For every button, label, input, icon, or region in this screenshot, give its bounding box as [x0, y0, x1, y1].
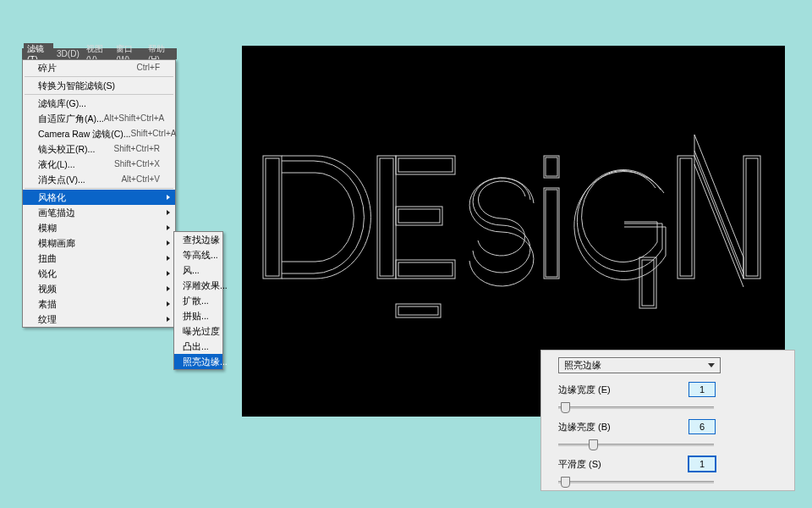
- menu-item-smart-filter[interactable]: 转换为智能滤镜(S): [23, 78, 175, 93]
- svg-rect-11: [398, 306, 438, 315]
- slider-thumb[interactable]: [561, 477, 570, 488]
- separator: [25, 94, 173, 95]
- smoothness-control: 平滑度 (S) 1: [558, 456, 789, 472]
- svg-rect-1: [266, 158, 279, 276]
- slider-thumb[interactable]: [589, 439, 598, 450]
- menu-item-sharpen[interactable]: 锐化: [23, 266, 175, 281]
- svg-rect-9: [398, 262, 453, 276]
- smoothness-slider[interactable]: [558, 477, 714, 487]
- menu-item-filter-gallery[interactable]: 滤镜库(G)...: [23, 96, 175, 111]
- menu-item-stylize[interactable]: 风格化: [23, 190, 175, 205]
- menu-item-liquify[interactable]: 液化(L)...Shift+Ctrl+X: [23, 157, 175, 172]
- slider-thumb[interactable]: [561, 402, 570, 413]
- filter-select[interactable]: 照亮边缘: [558, 357, 721, 373]
- submenu-item-tiles[interactable]: 拼贴...: [174, 308, 222, 323]
- app-menubar[interactable]: 滤镜(T) 3D(D) 视图(V) 窗口(W) 帮助(H): [22, 48, 177, 59]
- svg-rect-15: [546, 190, 557, 277]
- svg-rect-14: [544, 188, 559, 279]
- edge-width-control: 边缘宽度 (E) 1: [558, 382, 789, 397]
- submenu-item-glowing-edges[interactable]: 照亮边缘...: [174, 354, 222, 369]
- smoothness-value[interactable]: 1: [689, 456, 716, 472]
- menu-item-adaptive[interactable]: 自适应广角(A)...Alt+Shift+Ctrl+A: [23, 111, 175, 126]
- submenu-item-emboss[interactable]: 浮雕效果...: [174, 278, 222, 293]
- menu-3d[interactable]: 3D(D): [53, 49, 83, 58]
- edge-brightness-control: 边缘亮度 (B) 6: [558, 419, 789, 434]
- menu-item-brush-strokes[interactable]: 画笔描边: [23, 205, 175, 220]
- edge-brightness-slider[interactable]: [558, 439, 714, 450]
- menu-item-lens-correction[interactable]: 镜头校正(R)...Shift+Ctrl+R: [23, 141, 175, 157]
- submenu-item-solarize[interactable]: 曝光过度: [174, 323, 222, 339]
- svg-rect-19: [680, 158, 692, 276]
- menu-item-vanishing-point[interactable]: 消失点(V)...Alt+Ctrl+V: [23, 172, 175, 187]
- svg-rect-5: [398, 158, 453, 172]
- edge-width-label: 边缘宽度 (E): [558, 384, 660, 396]
- menu-item-distort[interactable]: 扭曲: [23, 251, 175, 266]
- submenu-item-find-edges[interactable]: 查找边缘: [174, 232, 222, 247]
- submenu-item-diffuse[interactable]: 扩散...: [174, 293, 222, 308]
- submenu-item-wind[interactable]: 风...: [174, 262, 222, 278]
- menu-item-texture[interactable]: 纹理: [23, 312, 175, 327]
- menu-item-blur-gallery[interactable]: 模糊画廊: [23, 235, 175, 251]
- edge-width-value[interactable]: 1: [689, 382, 716, 397]
- svg-rect-7: [398, 209, 440, 223]
- submenu-item-extrude[interactable]: 凸出...: [174, 339, 222, 354]
- glowing-edges-panel: 照亮边缘 边缘宽度 (E) 1 边缘亮度 (B) 6 平滑度 (S) 1: [540, 350, 795, 491]
- smoothness-label: 平滑度 (S): [558, 458, 660, 471]
- svg-rect-13: [546, 157, 557, 176]
- svg-rect-3: [380, 158, 393, 276]
- separator: [25, 188, 173, 189]
- svg-rect-10: [396, 304, 441, 318]
- svg-rect-21: [746, 158, 758, 276]
- submenu-item-trace-contour[interactable]: 等高线...: [174, 247, 222, 262]
- menu-item-last-filter[interactable]: 碎片Ctrl+F: [23, 60, 175, 75]
- menu-item-blur[interactable]: 模糊: [23, 220, 175, 235]
- menu-item-video[interactable]: 视频: [23, 281, 175, 296]
- edge-brightness-label: 边缘亮度 (B): [558, 421, 660, 433]
- separator: [25, 76, 173, 77]
- svg-rect-12: [544, 156, 559, 178]
- filter-menu: 碎片Ctrl+F 转换为智能滤镜(S) 滤镜库(G)... 自适应广角(A)..…: [22, 59, 176, 328]
- menu-item-sketch[interactable]: 素描: [23, 296, 175, 312]
- filter-select-value: 照亮边缘: [564, 359, 601, 372]
- menu-item-camera-raw[interactable]: Camera Raw 滤镜(C)...Shift+Ctrl+A: [23, 126, 175, 141]
- edge-brightness-value[interactable]: 6: [689, 419, 716, 434]
- edge-width-slider[interactable]: [558, 402, 714, 412]
- stylize-submenu: 查找边缘 等高线... 风... 浮雕效果... 扩散... 拼贴... 曝光过…: [173, 231, 223, 370]
